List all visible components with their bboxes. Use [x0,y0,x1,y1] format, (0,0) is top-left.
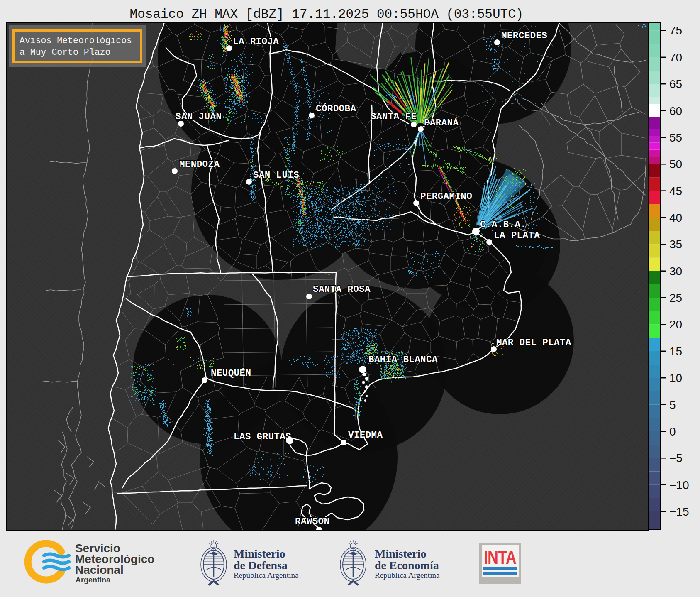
svg-text:MAR DEL PLATA: MAR DEL PLATA [496,337,571,348]
svg-text:10: 10 [669,372,682,384]
svg-text:BAHÍA BLANCA: BAHÍA BLANCA [368,354,438,365]
svg-text:RAWSON: RAWSON [295,516,329,527]
svg-text:Ministerio: Ministerio [234,547,285,560]
svg-text:a Muy Corto Plazo: a Muy Corto Plazo [20,47,110,57]
svg-text:5: 5 [669,399,676,411]
svg-text:LA PLATA: LA PLATA [494,230,540,241]
svg-text:NEUQUÉN: NEUQUÉN [211,368,251,379]
svg-text:Mosaico ZH MAX [dBZ] 17.11.202: Mosaico ZH MAX [dBZ] 17.11.2025 00:55HOA… [130,7,524,22]
svg-text:INTA: INTA [484,548,516,568]
svg-text:SAN JUAN: SAN JUAN [176,111,222,122]
svg-text:PARANÁ: PARANÁ [424,117,459,128]
svg-text:50: 50 [669,158,682,171]
svg-text:Ministerio: Ministerio [375,547,426,560]
svg-text:SAN LUIS: SAN LUIS [253,170,299,181]
svg-text:20: 20 [669,318,682,331]
svg-text:70: 70 [669,51,682,64]
svg-text:25: 25 [669,291,682,304]
svg-text:Nacional: Nacional [75,563,124,576]
svg-text:−5: −5 [669,452,683,465]
svg-text:Argentina: Argentina [76,576,111,584]
svg-text:de Defensa: de Defensa [234,559,288,572]
svg-text:15: 15 [669,345,682,358]
svg-text:35: 35 [669,238,682,251]
svg-text:−10: −10 [669,479,689,492]
svg-text:40: 40 [669,211,682,224]
svg-text:PERGAMINO: PERGAMINO [420,191,472,202]
svg-text:0: 0 [669,425,676,438]
svg-text:MERCEDES: MERCEDES [501,30,547,41]
svg-text:MENDOZA: MENDOZA [179,159,220,170]
svg-text:Avisos Meteorológicos: Avisos Meteorológicos [20,36,132,46]
svg-text:55: 55 [669,131,682,144]
svg-text:C.A.B.A.: C.A.B.A. [480,219,526,230]
svg-text:75: 75 [669,24,682,37]
svg-text:60: 60 [669,105,682,117]
svg-text:CÓRDOBA: CÓRDOBA [316,103,356,114]
svg-text:65: 65 [669,78,682,91]
svg-text:LA RIOJA: LA RIOJA [233,36,279,47]
svg-text:de Economía: de Economía [375,559,439,572]
svg-text:45: 45 [669,185,682,198]
svg-text:SANTA FE: SANTA FE [371,111,417,122]
svg-text:SANTA ROSA: SANTA ROSA [313,284,371,295]
svg-text:VIEDMA: VIEDMA [348,430,383,440]
svg-text:República Argentina: República Argentina [234,571,299,580]
svg-text:−15: −15 [669,505,689,518]
svg-text:República Argentina: República Argentina [375,571,440,580]
svg-text:30: 30 [669,265,682,278]
svg-text:LAS GRUTAS: LAS GRUTAS [234,431,291,442]
